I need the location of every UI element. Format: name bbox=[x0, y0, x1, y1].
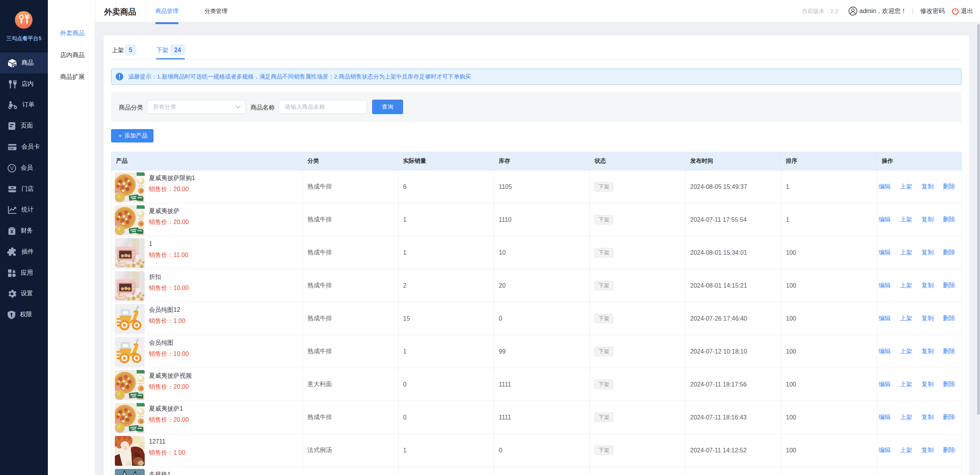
svg-text:V: V bbox=[10, 165, 14, 171]
svg-text:VIP: VIP bbox=[10, 147, 14, 149]
svg-text:¥: ¥ bbox=[10, 229, 13, 234]
